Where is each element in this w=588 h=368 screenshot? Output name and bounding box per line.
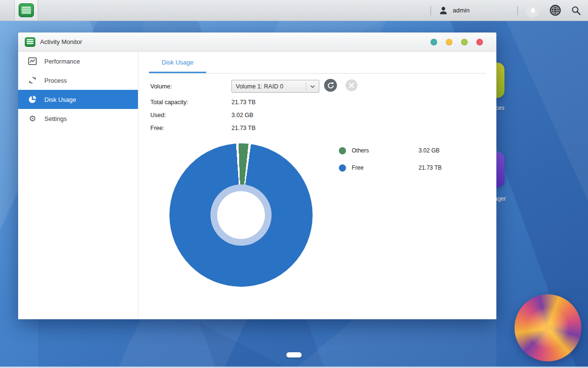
sidebar-item-label: Performance [44,58,80,65]
pie-chart-icon [28,95,37,104]
activity-monitor-window: Activity Monitor Performance [18,32,496,319]
stat-free: Free:21.73 TB [150,123,256,132]
search-button[interactable] [571,5,581,16]
sidebar-item-label: Settings [44,115,67,122]
stat-value: 21.73 TB [231,99,256,106]
volume-select[interactable]: Volume 1: RAID 0 [231,80,319,93]
sidebar-item-performance[interactable]: Performance [18,52,138,71]
taskbar-app-activity-monitor[interactable] [14,0,38,21]
taskbar: admin [0,0,588,21]
chart-legend: Others 3.02 GB Free 21.73 TB [339,145,472,180]
legend-value: 3.02 GB [419,147,440,154]
window-control-yellow[interactable] [446,39,452,45]
stat-label: Free: [150,125,231,131]
bell-icon [529,7,536,14]
main-panel: Disk Usage Volume: Volume 1: RAID 0 Tota… [138,52,496,319]
volume-selected-value: Volume 1: RAID 0 [236,83,283,90]
legend-value: 21.73 TB [419,164,441,171]
taskbar-right: admin [430,0,581,21]
window-title: Activity Monitor [40,38,82,45]
sync-arrows-icon [28,76,37,85]
taskbar-divider [430,6,431,15]
app-icon-screen [27,39,33,44]
background-facet [496,0,588,201]
refresh-button[interactable] [324,79,337,92]
stat-value: 3.02 GB [231,112,253,119]
desktop-icon-label-partial[interactable]: ces [495,105,504,111]
legend-label: Free [352,164,419,171]
performance-chart-icon [28,57,37,65]
sidebar-item-disk-usage[interactable]: Disk Usage [18,90,138,109]
tab-disk-usage[interactable]: Disk Usage [149,52,206,73]
window-control-red[interactable] [476,39,483,45]
sidebar-item-settings[interactable]: ⚙ Settings [18,109,138,128]
stat-label: Total capacity: [150,99,231,106]
language-button[interactable] [549,4,561,16]
user-icon[interactable] [439,6,448,15]
legend-item-others: Others 3.02 GB [339,145,472,156]
taskbar-divider [517,6,518,15]
brand-logo [514,294,581,361]
window-controls [430,39,483,45]
sidebar-item-label: Process [44,77,67,84]
globe-icon [549,4,561,16]
sidebar-item-label: Disk Usage [44,96,76,103]
close-icon [349,83,354,88]
volume-label: Volume: [150,83,172,90]
taskbar-reveal-handle[interactable] [286,352,302,357]
stat-label: Used: [150,112,231,119]
donut-center [217,191,265,239]
window-control-teal[interactable] [430,39,437,45]
search-icon [571,5,581,16]
legend-color-others [339,147,346,154]
window-control-green[interactable] [461,39,468,45]
tab-bar: Disk Usage [149,52,486,74]
sidebar-item-process[interactable]: Process [18,71,138,90]
clear-button[interactable] [346,79,357,91]
refresh-icon [327,82,335,89]
legend-item-free: Free 21.73 TB [339,162,472,173]
window-titlebar[interactable]: Activity Monitor [18,32,496,52]
user-name[interactable]: admin [453,7,470,14]
app-icon-screen [21,7,31,14]
disk-usage-donut [169,143,313,287]
chevron-down-icon [306,83,315,90]
notifications-button[interactable] [525,3,540,18]
stat-total-capacity: Total capacity:21.73 TB [150,97,256,106]
stat-used: Used:3.02 GB [150,110,253,119]
legend-color-free [339,164,346,172]
legend-label: Others [352,147,419,154]
activity-monitor-icon [19,3,34,17]
activity-monitor-icon [25,37,35,47]
sidebar: Performance Process Disk Usage [18,52,138,319]
gear-icon: ⚙ [28,115,37,123]
stat-value: 21.73 TB [231,125,256,131]
